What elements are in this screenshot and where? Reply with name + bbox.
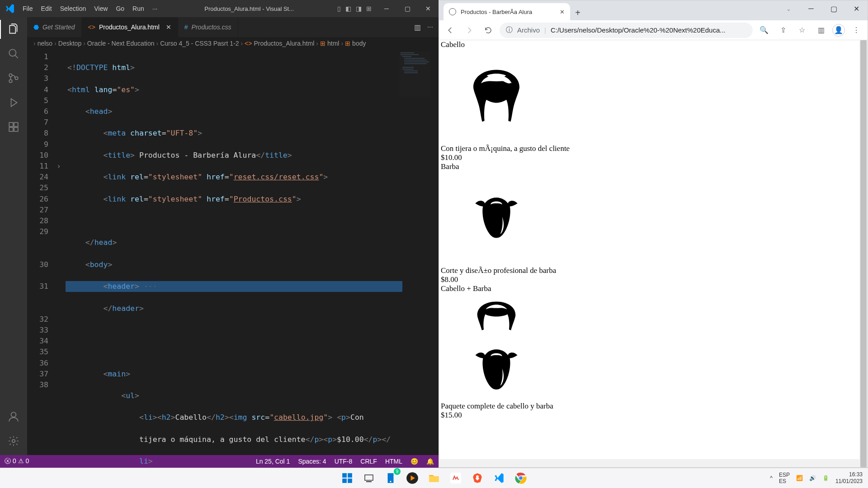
fold-chevron-icon[interactable]: ›: [57, 161, 66, 172]
desc-barba: Corte y diseÃ±o profesional de barba: [441, 266, 866, 275]
layout-grid-icon[interactable]: ⊞: [366, 5, 372, 12]
vertical-scrollbar[interactable]: [859, 40, 868, 467]
media-player-icon[interactable]: [404, 470, 420, 486]
minimize-button[interactable]: ─: [376, 0, 397, 17]
menu-icon[interactable]: ⋮: [849, 23, 864, 38]
desc-cabello: Con tijera o mÃ¡quina, a gusto del clien…: [441, 144, 866, 153]
start-button[interactable]: [339, 470, 355, 486]
share-icon[interactable]: ⇪: [775, 23, 791, 38]
svg-rect-16: [404, 61, 429, 62]
crumb[interactable]: Desktop: [58, 40, 81, 47]
crumb[interactable]: Productos_Alura.html: [254, 40, 314, 47]
heading-cabello: Cabello: [441, 40, 866, 49]
close-button[interactable]: ✕: [418, 0, 439, 17]
menu-more[interactable]: ···: [149, 3, 161, 14]
svg-point-1: [9, 74, 12, 77]
menu-run[interactable]: Run: [129, 3, 148, 14]
info-icon[interactable]: ⓘ: [506, 26, 513, 34]
menu-edit[interactable]: Edit: [38, 3, 56, 14]
explorer-icon[interactable]: [7, 23, 20, 36]
svg-rect-7: [14, 122, 18, 127]
svg-rect-20: [404, 70, 418, 71]
editor-tabs: ⬣Get Started <>Productos_Alura.html✕ #Pr…: [27, 17, 439, 37]
debug-icon[interactable]: [7, 96, 20, 109]
crumb[interactable]: body: [352, 40, 366, 47]
settings-icon[interactable]: [7, 434, 20, 448]
battery-icon[interactable]: 🔋: [822, 475, 829, 481]
layout-sideright-icon[interactable]: ◨: [356, 5, 362, 12]
extensions-icon[interactable]: [7, 120, 20, 134]
vscode-icon: ⬣: [33, 23, 39, 31]
search-icon[interactable]: [7, 47, 20, 61]
crumb[interactable]: Oracle - Next Education: [87, 40, 155, 47]
sidepanel-icon[interactable]: ▥: [813, 23, 829, 38]
close-button[interactable]: ✕: [845, 0, 868, 17]
minimap[interactable]: [400, 52, 430, 97]
tab-productos-html[interactable]: <>Productos_Alura.html✕: [82, 17, 178, 37]
brave-icon[interactable]: [469, 470, 486, 486]
desc-combo: Paquete complete de cabello y barba: [441, 402, 866, 411]
more-actions-icon[interactable]: ···: [427, 23, 433, 31]
menu-go[interactable]: Go: [112, 3, 128, 14]
svg-rect-24: [342, 479, 347, 483]
crumb[interactable]: nelso: [38, 40, 52, 47]
code-editor[interactable]: 1234567891011242526272829 30 31 32333435…: [27, 50, 439, 455]
scheme-label: Archivo: [517, 26, 540, 34]
price-combo: $15.00: [441, 411, 866, 420]
fold-column: ›: [57, 50, 66, 455]
volume-icon[interactable]: 🔊: [809, 475, 816, 481]
back-button[interactable]: [443, 23, 458, 38]
scm-icon[interactable]: [7, 71, 20, 85]
phone-link-icon[interactable]: 9: [382, 470, 399, 486]
crumb[interactable]: Curso 4_5 - CSS3 Pasrt 1-2: [160, 40, 239, 47]
svg-rect-23: [348, 473, 352, 478]
address-bar[interactable]: ⓘ Archivo | C:/Users/nelso/Desktop/Oracl…: [500, 23, 753, 38]
maximize-button[interactable]: ▢: [822, 0, 845, 17]
breadcrumb[interactable]: ›nelso ›Desktop ›Oracle - Next Education…: [27, 37, 439, 50]
layout-sidebar-icon[interactable]: ◧: [345, 5, 351, 12]
zoom-icon[interactable]: 🔍: [756, 23, 772, 38]
crumb[interactable]: html: [327, 40, 339, 47]
status-problems[interactable]: ⓧ 0 ⚠ 0: [5, 457, 29, 465]
tab-close-icon[interactable]: ✕: [166, 23, 171, 31]
horizontal-scrollbar[interactable]: [439, 459, 859, 467]
tab-label: Productos.css: [192, 23, 231, 31]
split-editor-icon[interactable]: ▥: [414, 23, 421, 32]
menu-selection[interactable]: Selection: [57, 3, 90, 14]
tab-title: Productos - BarberÃ­a Alura: [461, 9, 532, 15]
tray-chevron-icon[interactable]: ^: [770, 475, 773, 481]
file-explorer-icon[interactable]: [426, 470, 442, 486]
editor-area: ⬣Get Started <>Productos_Alura.html✕ #Pr…: [27, 17, 439, 455]
menu-view[interactable]: View: [90, 3, 111, 14]
tab-get-started[interactable]: ⬣Get Started: [27, 17, 82, 37]
clock[interactable]: 16:3311/01/2023: [835, 471, 863, 485]
forward-button[interactable]: [462, 23, 477, 38]
activity-bar: [0, 17, 27, 455]
vscode-taskbar-icon[interactable]: [491, 470, 507, 486]
tab-close-icon[interactable]: ✕: [560, 9, 565, 15]
wifi-icon[interactable]: 📶: [796, 475, 803, 481]
menu-file[interactable]: File: [19, 3, 37, 14]
maximize-button[interactable]: ▢: [397, 0, 418, 17]
language-indicator[interactable]: ESPES: [779, 472, 790, 484]
new-tab-button[interactable]: +: [570, 5, 585, 20]
code-content[interactable]: <!DOCTYPE html> <html lang="es"> <head> …: [66, 50, 439, 455]
app-icon[interactable]: [448, 470, 464, 486]
chevron-down-icon[interactable]: ⌄: [777, 0, 800, 17]
price-barba: $8.00: [441, 275, 866, 284]
minimize-button[interactable]: ─: [800, 0, 822, 17]
browser-tab[interactable]: Productos - BarberÃ­a Alura ✕: [443, 3, 570, 20]
vscode-logo-icon: [5, 3, 15, 14]
tab-productos-css[interactable]: #Productos.css: [178, 17, 238, 37]
account-icon[interactable]: [7, 410, 20, 423]
tab-label: Productos_Alura.html: [99, 23, 160, 31]
svg-rect-11: [401, 52, 414, 53]
profile-icon[interactable]: 👤: [832, 24, 845, 37]
task-view-icon[interactable]: [361, 470, 377, 486]
bookmark-icon[interactable]: ☆: [794, 23, 810, 38]
svg-rect-4: [9, 122, 13, 127]
vscode-titlebar: File Edit Selection View Go Run ··· Prod…: [0, 0, 439, 17]
chrome-taskbar-icon[interactable]: [513, 470, 529, 486]
layout-panel-icon[interactable]: ▯: [337, 5, 341, 12]
reload-button[interactable]: [481, 23, 496, 38]
